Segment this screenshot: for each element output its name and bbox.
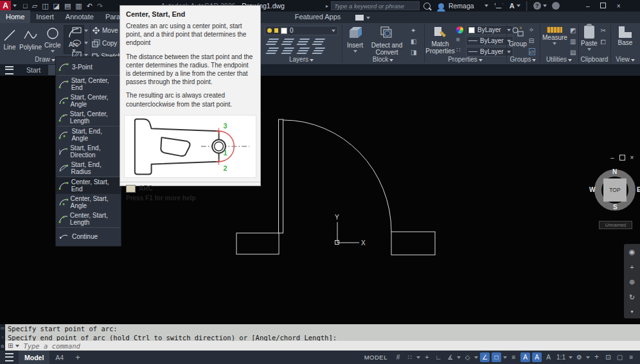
print-icon[interactable]: ▥ bbox=[75, 2, 82, 10]
layout-menu-icon[interactable] bbox=[5, 353, 13, 361]
cmd-customize-icon[interactable]: ⚙ bbox=[1, 344, 4, 349]
clean-screen-icon[interactable]: ▢ bbox=[615, 352, 625, 362]
group-button[interactable]: Group bbox=[509, 25, 527, 48]
store-cart-icon[interactable] bbox=[495, 3, 503, 8]
line-button[interactable]: Line bbox=[3, 28, 17, 51]
isodraft-caret-icon[interactable] bbox=[474, 356, 478, 359]
tab-insert[interactable]: Insert bbox=[30, 10, 60, 23]
polar-caret-icon[interactable] bbox=[457, 356, 461, 359]
tab-featured-apps[interactable]: Featured Apps bbox=[289, 10, 347, 23]
annotation-scale-value[interactable]: 1:1 bbox=[555, 352, 567, 362]
quick-select-icon[interactable]: ◩ bbox=[570, 27, 576, 35]
command-history[interactable]: Specify start point of arc: Specify end … bbox=[5, 324, 640, 341]
create-block-icon[interactable]: ✦ bbox=[411, 27, 416, 35]
ungroup-icon[interactable]: ✧ bbox=[529, 26, 535, 34]
insert-caret-icon[interactable] bbox=[353, 50, 357, 53]
cmd-window-icon[interactable]: ▭ bbox=[1, 325, 5, 331]
redo-icon[interactable]: ↷ bbox=[97, 2, 103, 10]
plot-icon[interactable]: ▤ bbox=[64, 2, 71, 10]
menu-item-continue[interactable]: Continue bbox=[56, 228, 121, 245]
polyline-button[interactable]: Polyline bbox=[19, 28, 42, 51]
model-space-indicator[interactable]: MODEL bbox=[364, 354, 387, 361]
exchange-apps-icon[interactable] bbox=[355, 15, 364, 21]
layer-off-icon[interactable] bbox=[281, 39, 294, 46]
zoom-extents-icon[interactable]: ⊕ bbox=[629, 278, 635, 286]
groups-panel-label[interactable]: Groups bbox=[506, 56, 540, 63]
undo-icon[interactable]: ↶ bbox=[87, 2, 93, 10]
menu-item-3-point[interactable]: 3-Point bbox=[56, 58, 121, 75]
ribbon-display-caret-icon[interactable] bbox=[366, 17, 370, 19]
menu-item-start-center-angle[interactable]: Start, Center, Angle bbox=[56, 92, 121, 109]
user-menu-caret-icon[interactable] bbox=[484, 4, 488, 7]
dwg-close-icon[interactable]: × bbox=[630, 154, 634, 161]
open-folder-icon[interactable]: ▱ bbox=[32, 2, 37, 10]
assistant-icon[interactable] bbox=[552, 2, 560, 10]
base-button[interactable]: Base bbox=[610, 23, 640, 46]
copy-button[interactable]: Copy bbox=[92, 39, 121, 48]
block-panel-label[interactable]: Block bbox=[342, 56, 424, 63]
cut-icon[interactable]: ✂ bbox=[601, 27, 606, 35]
save-icon[interactable]: ◫ bbox=[42, 2, 48, 10]
new-file-icon[interactable]: □ bbox=[23, 2, 28, 10]
new-layout-button[interactable]: + bbox=[69, 351, 86, 364]
transparency-icon[interactable]: ≡ bbox=[456, 36, 463, 44]
isodraft-icon[interactable]: ◇ bbox=[463, 352, 472, 362]
viewcube-top-face[interactable]: TOP bbox=[603, 178, 627, 202]
menu-item-start-end-radius[interactable]: Start, End, Radius bbox=[56, 160, 121, 177]
save-as-icon[interactable]: ◪ bbox=[53, 2, 60, 10]
layer-match-icon[interactable] bbox=[312, 48, 325, 55]
layer-make-current-icon[interactable] bbox=[281, 48, 294, 55]
snap-caret-icon[interactable] bbox=[416, 356, 420, 359]
help-menu-caret-icon[interactable] bbox=[543, 4, 547, 7]
viewcube-north[interactable]: N bbox=[612, 168, 617, 175]
isolate-objects-icon[interactable]: ⊡ bbox=[603, 352, 613, 362]
tab-start[interactable]: Start bbox=[19, 65, 48, 75]
write-block-icon[interactable]: ◧ bbox=[411, 38, 416, 46]
search-input[interactable] bbox=[331, 1, 420, 10]
customization-menu-icon[interactable]: ≡ bbox=[627, 352, 636, 362]
menu-item-center-start-angle[interactable]: Center, Start, Angle bbox=[56, 194, 121, 211]
workspace-caret-icon[interactable] bbox=[586, 356, 590, 359]
view-name-badge[interactable]: Unnamed bbox=[599, 221, 632, 229]
menu-item-center-start-length[interactable]: Center, Start, Length bbox=[56, 211, 121, 227]
dwg-restore-icon[interactable] bbox=[619, 155, 625, 160]
annotation-scale-caret-icon[interactable] bbox=[569, 356, 573, 359]
minimize-button[interactable]: – bbox=[580, 3, 596, 10]
menu-item-start-center-end[interactable]: Start, Center, End bbox=[56, 76, 121, 92]
measure-button[interactable]: Measure bbox=[542, 27, 567, 45]
layer-select[interactable]: 0 bbox=[265, 26, 338, 35]
tab-annotate[interactable]: Annotate bbox=[60, 10, 100, 23]
tab-home[interactable]: Home bbox=[0, 10, 30, 23]
command-recent-icon[interactable]: ⊞ bbox=[8, 342, 13, 349]
object-snap-tracking-icon[interactable]: ∠ bbox=[480, 352, 490, 362]
group-selection-icon[interactable]: ▱ bbox=[529, 48, 535, 55]
signed-in-user[interactable]: Remaga bbox=[449, 2, 474, 10]
ellipse-button[interactable] bbox=[72, 38, 88, 48]
annotation-autoscale-icon[interactable]: A bbox=[532, 352, 542, 362]
menu-item-center-start-end[interactable]: Center, Start, End bbox=[56, 177, 121, 194]
measure-caret-icon[interactable] bbox=[553, 42, 556, 45]
layers-panel-label[interactable]: Layers bbox=[261, 56, 342, 63]
polar-tracking-icon[interactable]: ∡ bbox=[445, 352, 455, 362]
search-collapse-icon[interactable]: ▸ bbox=[326, 3, 328, 9]
paste-caret-icon[interactable] bbox=[587, 48, 591, 51]
model-tab[interactable]: Model bbox=[19, 351, 49, 364]
snap-toggle-icon[interactable]: ∷ bbox=[405, 352, 414, 362]
autocad-logo-icon[interactable]: A bbox=[0, 1, 11, 12]
annotation-visibility-icon[interactable]: A bbox=[520, 352, 530, 362]
layer-isolate-icon[interactable] bbox=[296, 39, 310, 46]
properties-panel-label[interactable]: Properties bbox=[424, 56, 506, 63]
cmd-collapse-icon[interactable]: ‹ bbox=[2, 335, 3, 340]
layer-lock-icon[interactable] bbox=[296, 48, 310, 55]
osnap-caret-icon[interactable] bbox=[503, 356, 507, 359]
layer-select-caret-icon[interactable] bbox=[332, 30, 335, 32]
grid-toggle-icon[interactable]: # bbox=[393, 352, 403, 362]
orbit-icon[interactable]: ↻ bbox=[629, 293, 635, 302]
paste-button[interactable]: Paste bbox=[581, 26, 598, 51]
command-input[interactable] bbox=[22, 342, 640, 351]
viewcube-east[interactable]: E bbox=[637, 186, 640, 193]
rectangle-caret-icon[interactable] bbox=[84, 30, 88, 32]
list-icon[interactable]: ∷ bbox=[456, 46, 463, 54]
move-button[interactable]: Move bbox=[92, 26, 121, 35]
circle-button[interactable]: Circle bbox=[44, 26, 61, 53]
